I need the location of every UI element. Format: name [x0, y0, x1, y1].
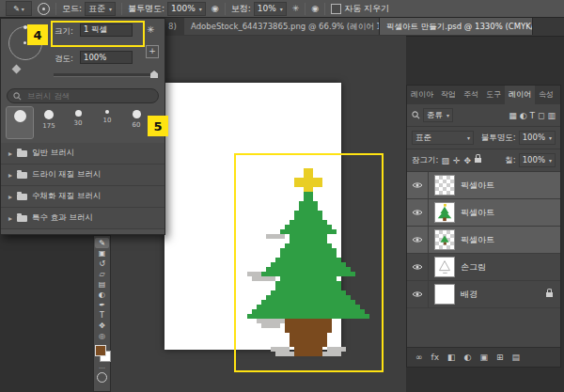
layer-row[interactable]: 손그림 — [407, 254, 560, 281]
brush-tool[interactable]: ✎ — [95, 238, 109, 248]
layer-name[interactable]: 손그림 — [461, 261, 486, 274]
brush-preset-preview[interactable] — [38, 3, 50, 15]
brush-folder-list: ▸일반 브러시▸드라이 재질 브러시▸수채화 재질 브러시▸특수 효과 브러시 — [1, 143, 164, 229]
layer-row[interactable]: 배경 — [407, 281, 560, 308]
hand-tool[interactable]: ✥ — [95, 321, 109, 331]
panel-opacity-select[interactable]: 100% ▾ — [519, 131, 556, 145]
brush-preset[interactable]: 60 — [123, 107, 149, 138]
hardness-slider[interactable] — [54, 73, 155, 77]
type-tool[interactable]: T — [95, 310, 109, 321]
layer-visibility-toggle[interactable] — [407, 281, 429, 307]
lock-row: 잠그기: ▨✛✥ 칠: 100% ▾ — [407, 149, 560, 172]
layer-visibility-toggle[interactable] — [407, 227, 429, 253]
pressure-size-icon[interactable]: ◉ — [311, 4, 319, 13]
layer-visibility-toggle[interactable] — [407, 199, 429, 226]
link-layers-icon[interactable]: ∞ — [415, 353, 423, 362]
clone-stamp-tool[interactable]: ▣ — [95, 248, 109, 259]
pen-tool[interactable]: ✒ — [95, 300, 109, 310]
chevron-right-icon[interactable]: ▸ — [8, 193, 12, 201]
layer-style-icon[interactable]: fx — [431, 353, 440, 362]
document-tab-active[interactable]: 픽셀아트 만들기.psd @ 1330% (CMYK/8) — [380, 18, 533, 35]
dodge-tool[interactable]: ◐ — [95, 290, 109, 300]
brush-preset[interactable]: 30 — [65, 107, 91, 138]
smart-object-filter-icon[interactable]: ▥ — [547, 111, 556, 120]
adjustment-layer-filter-icon[interactable]: ◐ — [520, 111, 527, 120]
gradient-tool[interactable]: ▤ — [95, 279, 109, 290]
panel-tab-레이어[interactable]: 레이어 — [505, 86, 535, 104]
gear-icon[interactable]: ✳ — [147, 24, 154, 35]
type-layer-filter-icon[interactable]: T — [530, 111, 536, 120]
document-tab-partial[interactable]: 8) — [168, 18, 177, 35]
lock-transparent-pixels-icon[interactable]: ▨ — [441, 156, 449, 165]
pressure-opacity-icon[interactable]: ◉ — [212, 4, 219, 13]
eraser-tool[interactable]: ▱ — [95, 269, 109, 279]
blend-mode-select[interactable]: 표준 ▾ — [412, 131, 474, 145]
smoothing-select[interactable]: 10% ▾ — [254, 2, 287, 16]
kind-filter-select[interactable]: 종류 ▾ — [423, 108, 453, 122]
brush-preset[interactable]: 10 — [94, 107, 120, 138]
brush-preset[interactable] — [7, 107, 33, 138]
document-tab-inactive[interactable]: AdobeStock_644373865.png @ 66.9% (레이어 1,… — [184, 18, 380, 35]
delete-layer-icon[interactable]: ▤ — [511, 353, 520, 362]
brush-hardness-input[interactable] — [80, 51, 133, 64]
chevron-right-icon[interactable]: ▸ — [8, 214, 12, 223]
history-brush-tool[interactable]: ↺ — [95, 259, 109, 269]
opacity-select[interactable]: 100% ▾ — [167, 2, 206, 16]
brush-folder-label: 수채화 재질 브러시 — [32, 191, 101, 202]
brush-search-input[interactable] — [25, 90, 142, 102]
layer-visibility-toggle[interactable] — [407, 254, 429, 280]
layer-name[interactable]: 배경 — [461, 289, 478, 301]
layer-thumbnail[interactable] — [434, 284, 455, 305]
layer-thumbnail[interactable] — [434, 175, 455, 196]
layer-row[interactable]: 픽셀아트 — [407, 172, 560, 199]
screen-mode-icon[interactable] — [97, 372, 107, 383]
zoom-tool[interactable]: ◎ — [95, 331, 109, 341]
layer-thumbnail[interactable] — [434, 202, 455, 223]
layer-thumbnail[interactable] — [434, 257, 455, 277]
layer-row[interactable]: 픽셀아트 — [407, 227, 560, 254]
smoothing-options-gear-icon[interactable]: ✳ — [292, 4, 300, 13]
panel-tab-레이아[interactable]: 레이아 — [407, 86, 437, 104]
brush-folder-row[interactable]: ▸수채화 재질 브러시 — [1, 186, 164, 208]
brush-folder-row[interactable]: ▸드라이 재질 브러시 — [1, 165, 164, 186]
lock-all-icon[interactable] — [475, 158, 481, 163]
chevron-right-icon[interactable]: ▸ — [8, 149, 12, 158]
brush-search-box[interactable] — [7, 88, 159, 103]
lock-position-icon[interactable]: ✥ — [463, 156, 471, 165]
kind-label: 종류 — [427, 109, 443, 121]
auto-erase-field[interactable]: 자동 지우기 — [331, 3, 389, 15]
auto-erase-checkbox[interactable] — [331, 4, 341, 14]
add-preset-icon[interactable]: + — [146, 45, 159, 58]
fill-select[interactable]: 100% ▾ — [519, 153, 556, 167]
foreground-color-swatch[interactable] — [95, 345, 106, 356]
chevron-right-icon[interactable]: ▸ — [8, 171, 12, 180]
tool-preset-picker[interactable]: ✎ ▾ — [6, 1, 32, 16]
artboard[interactable] — [164, 83, 341, 350]
panel-tab-속성[interactable]: 속성 — [535, 86, 557, 104]
layer-mask-icon[interactable]: ◧ — [447, 353, 456, 362]
eye-icon — [412, 236, 423, 243]
adjustment-layer-icon[interactable]: ◐ — [464, 353, 472, 362]
roundness-handle-icon[interactable] — [12, 65, 22, 74]
pixel-layer-filter-icon[interactable]: ▦ — [509, 111, 517, 120]
mode-value: 표준 — [88, 3, 105, 15]
layer-row[interactable]: 픽셀아트 — [407, 199, 560, 227]
layer-visibility-toggle[interactable] — [407, 172, 429, 198]
layer-name[interactable]: 픽셀아트 — [461, 180, 494, 192]
new-layer-icon[interactable]: ⊞ — [496, 353, 504, 362]
brush-folder-row[interactable]: ▸일반 브러시 — [1, 143, 164, 165]
lock-image-pixels-icon[interactable]: ✛ — [453, 156, 461, 165]
panel-tab-도구[interactable]: 도구 — [482, 86, 505, 104]
brush-preset[interactable]: 175 — [36, 107, 62, 138]
mode-select[interactable]: 표준 ▾ — [85, 2, 116, 16]
panel-tab-작업[interactable]: 작업 — [437, 86, 460, 104]
shape-layer-filter-icon[interactable]: ◻ — [538, 111, 544, 120]
layer-thumbnail[interactable] — [434, 229, 455, 250]
layer-name[interactable]: 픽셀아트 — [461, 207, 494, 219]
layer-name[interactable]: 픽셀아트 — [461, 234, 494, 246]
edit-mode-dots-icon[interactable]: … — [99, 364, 105, 369]
hardness-slider-handle[interactable] — [150, 71, 158, 78]
panel-tab-주석[interactable]: 주석 — [460, 86, 482, 104]
new-group-icon[interactable]: ▣ — [479, 353, 488, 362]
brush-folder-row[interactable]: ▸특수 효과 브러시 — [1, 208, 164, 229]
